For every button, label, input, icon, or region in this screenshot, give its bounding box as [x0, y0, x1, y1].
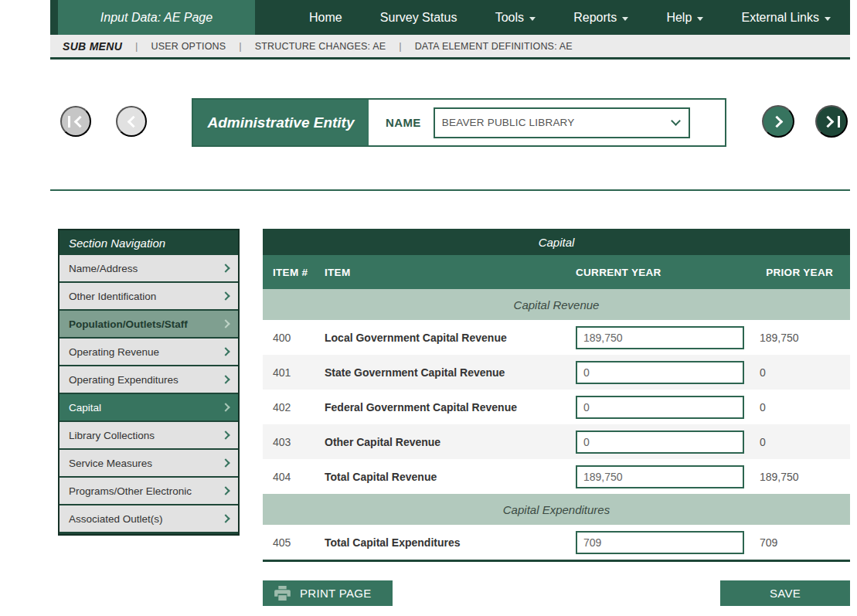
nav-external-links-label: External Links: [741, 11, 819, 25]
chevron-right-icon: [221, 375, 230, 383]
item-label: Local Government Capital Revenue: [325, 332, 576, 344]
chevron-right-icon: [221, 486, 230, 495]
chevron-right-icon: [221, 319, 230, 328]
current-year-input-400[interactable]: [576, 326, 744, 349]
prior-year-value: 189,750: [750, 332, 850, 344]
nav-tools-label: Tools: [495, 11, 524, 25]
submenu-user-options[interactable]: USER OPTIONS: [151, 41, 226, 52]
prior-year-value: 709: [750, 536, 850, 549]
nav-reports-label: Reports: [573, 11, 617, 25]
current-year-input-405[interactable]: [576, 531, 744, 554]
nav-external-links[interactable]: External Links: [741, 11, 831, 25]
table-row-403: 403 Other Capital Revenue 0: [263, 424, 850, 459]
sidebar-item-library-collections[interactable]: Library Collections: [60, 422, 238, 448]
sidebar-item-capital[interactable]: Capital: [60, 394, 238, 420]
last-record-button[interactable]: [815, 105, 848, 138]
chevron-right-icon: [221, 514, 230, 522]
item-label: Total Capital Expenditures: [325, 536, 576, 549]
sidebar-item-label: Programs/Other Electronic: [69, 485, 192, 497]
item-number: 402: [263, 401, 325, 414]
nav-help-label: Help: [666, 11, 692, 25]
caret-down-icon: [529, 17, 536, 21]
sidebar-item-operating-revenue[interactable]: Operating Revenue: [60, 339, 238, 365]
submenu-data-element-definitions[interactable]: DATA ELEMENT DEFINITIONS: AE: [415, 41, 573, 52]
item-number: 405: [263, 536, 325, 549]
col-current-year: CURRENT YEAR: [576, 267, 750, 278]
prior-year-value: 189,750: [750, 471, 850, 483]
entity-selector-panel: Administrative Entity NAME BEAVER PUBLIC…: [192, 98, 726, 147]
sidebar-item-programs-other-electronic[interactable]: Programs/Other Electronic: [60, 478, 238, 504]
chevron-right-icon: [221, 458, 230, 467]
submenu-structure-changes[interactable]: STRUCTURE CHANGES: AE: [255, 41, 386, 52]
sidebar-item-label: Capital: [69, 402, 101, 414]
item-number: 403: [263, 436, 325, 448]
name-label: NAME: [386, 116, 421, 129]
item-label: Total Capital Revenue: [325, 471, 576, 483]
item-label: State Government Capital Revenue: [325, 366, 576, 379]
print-page-button[interactable]: PRINT PAGE: [263, 580, 393, 606]
main-nav: Home Survey Status Tools Reports Help Ex…: [309, 0, 831, 35]
entity-name-value: BEAVER PUBLIC LIBRARY: [442, 117, 575, 128]
sidebar-item-associated-outlets[interactable]: Associated Outlet(s): [60, 505, 238, 532]
table-title: Capital: [263, 229, 850, 255]
section-navigation-sidebar: Section Navigation Name/Address Other Id…: [58, 229, 240, 536]
nav-survey-status[interactable]: Survey Status: [380, 11, 457, 25]
sidebar-item-label: Library Collections: [69, 430, 155, 441]
section-band-capital-expenditures: Capital Expenditures: [263, 494, 850, 525]
table-row-405: 405 Total Capital Expenditures 709: [263, 525, 850, 560]
sidebar-item-population-outlets-staff[interactable]: Population/Outlets/Staff: [60, 311, 238, 337]
sidebar-item-operating-expenditures[interactable]: Operating Expenditures: [60, 366, 238, 393]
chevron-left-icon: [127, 115, 139, 128]
tab-input-data-ae-page[interactable]: Input Data: AE Page: [58, 0, 255, 35]
current-year-input-404[interactable]: [576, 465, 744, 488]
chevron-right-icon: [221, 403, 230, 411]
submenu-bar: SUB MENU | USER OPTIONS | STRUCTURE CHAN…: [50, 35, 850, 60]
sidebar-item-label: Operating Expenditures: [69, 374, 179, 386]
sidebar-item-label: Operating Revenue: [69, 346, 159, 358]
chevron-right-icon: [770, 115, 783, 128]
sidebar-item-label: Name/Address: [69, 263, 138, 274]
submenu-separator: |: [135, 40, 138, 52]
col-prior-year: PRIOR YEAR: [750, 267, 850, 278]
table-row-402: 402 Federal Government Capital Revenue 0: [263, 390, 850, 424]
capital-table: Capital ITEM # ITEM CURRENT YEAR PRIOR Y…: [263, 229, 850, 562]
col-item: ITEM: [325, 267, 576, 278]
entity-name-select[interactable]: BEAVER PUBLIC LIBRARY: [434, 107, 690, 138]
submenu-separator: |: [239, 40, 241, 52]
chevron-right-icon: [821, 115, 834, 128]
entity-name-area: NAME BEAVER PUBLIC LIBRARY: [369, 100, 725, 145]
save-button[interactable]: SAVE: [720, 580, 850, 606]
sidebar-item-label: Service Measures: [69, 458, 152, 469]
current-year-input-402[interactable]: [576, 396, 744, 419]
table-row-404: 404 Total Capital Revenue 189,750: [263, 459, 850, 494]
prior-year-value: 0: [750, 436, 850, 448]
current-year-input-403[interactable]: [576, 431, 744, 454]
submenu-title: SUB MENU: [63, 40, 122, 53]
print-page-label: PRINT PAGE: [300, 587, 371, 600]
next-record-button[interactable]: [762, 105, 794, 138]
submenu-separator: |: [399, 40, 401, 52]
caret-down-icon: [622, 17, 628, 21]
first-record-button[interactable]: [60, 106, 91, 137]
chevron-left-icon: [73, 115, 86, 128]
sidebar-item-service-measures[interactable]: Service Measures: [60, 450, 238, 476]
item-number: 404: [263, 471, 325, 483]
chevron-right-icon: [221, 291, 230, 300]
current-year-input-401[interactable]: [576, 361, 744, 384]
nav-help[interactable]: Help: [666, 11, 703, 25]
previous-record-button[interactable]: [116, 106, 147, 137]
table-row-401: 401 State Government Capital Revenue 0: [263, 355, 850, 390]
prior-year-value: 0: [750, 366, 850, 379]
last-record-icon: [838, 116, 840, 128]
sidebar-title: Section Navigation: [60, 230, 238, 255]
table-column-headers: ITEM # ITEM CURRENT YEAR PRIOR YEAR: [263, 255, 850, 289]
nav-tools[interactable]: Tools: [495, 11, 536, 25]
item-label: Federal Government Capital Revenue: [325, 401, 576, 414]
sidebar-item-name-address[interactable]: Name/Address: [60, 255, 238, 281]
sidebar-item-label: Other Identification: [69, 291, 156, 302]
sidebar-item-other-identification[interactable]: Other Identification: [60, 283, 238, 309]
nav-reports[interactable]: Reports: [573, 11, 628, 25]
chevron-right-icon: [221, 347, 230, 356]
first-record-icon: [68, 116, 70, 128]
nav-home[interactable]: Home: [309, 11, 342, 25]
